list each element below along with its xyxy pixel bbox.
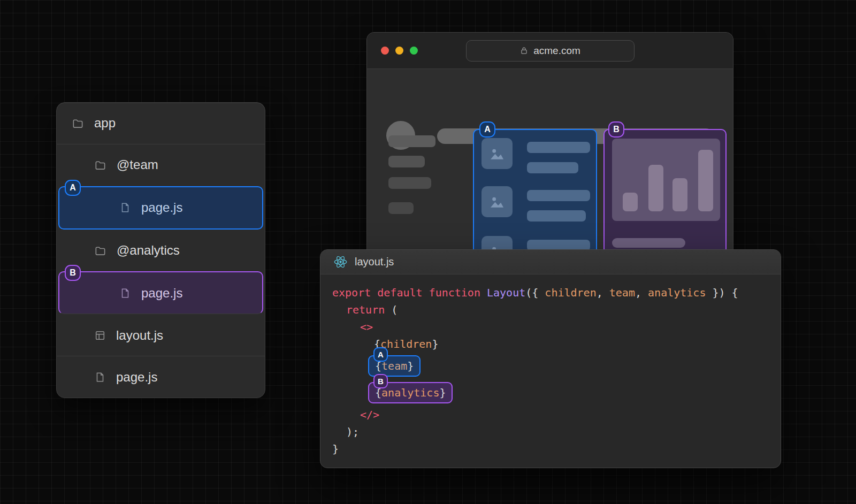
image-placeholder-tile	[482, 138, 513, 169]
file-icon	[119, 202, 131, 213]
code-token: children	[545, 286, 596, 299]
text-line-placeholder	[527, 142, 590, 153]
nav-bar-placeholder	[388, 135, 435, 147]
code-token: analytics	[381, 386, 439, 399]
tree-item-label: page.js	[141, 286, 182, 301]
folder-icon	[94, 159, 106, 171]
text-line-placeholder	[527, 190, 590, 201]
image-icon	[488, 193, 506, 211]
window-controls	[381, 47, 418, 55]
tree-item-app[interactable]: app	[57, 103, 265, 144]
slot-badge-B: B	[65, 265, 81, 281]
code-token: return	[346, 303, 385, 316]
code-token: ({	[525, 286, 545, 299]
code-token: <>	[360, 320, 373, 333]
canvas: app@teamApage.js@analyticsBpage.jslayout…	[0, 0, 856, 504]
slot-highlight-box-A: A{team}	[368, 355, 421, 377]
code-line: }	[332, 440, 781, 457]
slot-badge-A: A	[479, 121, 495, 138]
code-line: export default function Layout({ childre…	[332, 284, 781, 301]
code-line: A{team}	[332, 353, 781, 379]
chart-bar-placeholder	[623, 193, 638, 211]
editor-titlebar[interactable]: layout.js	[320, 250, 781, 274]
image-placeholder-tile	[482, 186, 513, 217]
chart-placeholder-panel	[612, 139, 720, 221]
code-line: return (	[332, 301, 781, 318]
code-token: }	[432, 338, 438, 350]
code-token: }	[439, 386, 446, 399]
code-token: Layout	[487, 286, 525, 299]
image-icon	[488, 144, 506, 163]
file-icon	[119, 287, 131, 299]
tree-item-analytics[interactable]: @analytics	[57, 230, 265, 271]
code-token: }	[332, 442, 339, 455]
editor-filename: layout.js	[355, 256, 394, 268]
tree-item-page.js[interactable]: Apage.js	[58, 186, 263, 230]
slot-badge-B: B	[373, 374, 388, 388]
code-token: (	[385, 303, 398, 316]
code-token: children	[380, 338, 432, 350]
slot-highlight-box-B: B{analytics}	[368, 382, 453, 403]
nav-bar-placeholder	[388, 177, 431, 189]
chart-bar-placeholder	[698, 150, 713, 211]
layout-icon	[94, 330, 106, 341]
code-editor-window: layout.js export default function Layout…	[320, 249, 781, 468]
text-line-placeholder	[527, 162, 578, 173]
code-token: export default function	[332, 286, 487, 299]
code-line: </>	[332, 406, 781, 423]
code-token: </>	[360, 408, 379, 421]
file-icon	[94, 371, 106, 383]
browser-titlebar[interactable]: acme.com	[367, 33, 733, 69]
text-line-placeholder	[527, 210, 586, 222]
close-button[interactable]	[381, 47, 389, 55]
tree-item-label: page.js	[116, 370, 157, 385]
url-bar[interactable]: acme.com	[466, 40, 635, 62]
code-line: {children}	[332, 335, 781, 353]
tree-item-label: @analytics	[117, 243, 180, 258]
code-line: B{analytics}	[332, 379, 781, 406]
code-token: }) {	[706, 286, 738, 299]
react-icon	[333, 255, 348, 269]
folder-icon	[94, 245, 106, 257]
nav-bar-placeholder	[388, 202, 414, 214]
chart-bar-placeholder	[648, 165, 663, 211]
file-tree-list: app@teamApage.js@analyticsBpage.jslayout…	[57, 103, 265, 398]
code-line: <>	[332, 318, 781, 335]
minimize-button[interactable]	[395, 47, 403, 55]
slot-badge-B: B	[608, 121, 624, 138]
slot-badge-A: A	[65, 180, 81, 196]
tree-item-page.js[interactable]: page.js	[57, 356, 265, 398]
nav-bar-placeholder	[388, 156, 425, 167]
slot-badge-A: A	[373, 347, 388, 362]
tree-item-page.js[interactable]: Bpage.js	[58, 271, 263, 314]
tree-item-team[interactable]: @team	[57, 144, 265, 186]
maximize-button[interactable]	[410, 47, 418, 55]
tree-item-label: layout.js	[116, 328, 163, 343]
text-line-placeholder	[612, 238, 685, 248]
tree-item-label: page.js	[141, 200, 182, 215]
folder-icon	[72, 117, 84, 129]
chart-bar-placeholder	[672, 178, 687, 211]
code-token: ,	[597, 286, 609, 299]
code-line: );	[332, 423, 781, 440]
url-text: acme.com	[533, 45, 580, 57]
code-token: ,	[635, 286, 648, 299]
code-token: team	[381, 360, 407, 372]
tree-item-label: app	[94, 116, 116, 131]
file-tree-panel: app@teamApage.js@analyticsBpage.jslayout…	[56, 102, 265, 398]
tree-item-label: @team	[117, 157, 158, 172]
code-token: }	[407, 360, 414, 372]
code-token: analytics	[648, 286, 706, 299]
tree-item-layout.js[interactable]: layout.js	[57, 315, 265, 356]
code-token: );	[346, 425, 359, 438]
code-area[interactable]: export default function Layout({ childre…	[320, 274, 781, 457]
code-token: team	[609, 286, 635, 299]
lock-icon	[519, 46, 529, 55]
